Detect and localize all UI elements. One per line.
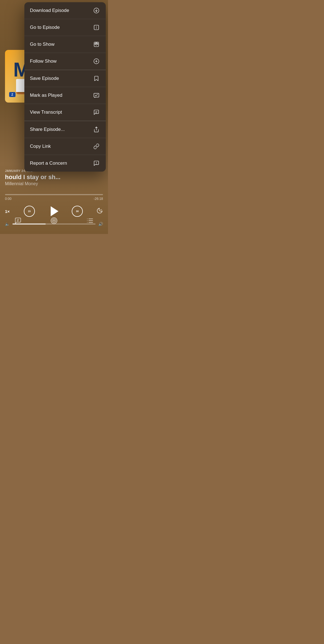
menu-go-episode-label: Go to Episode: [30, 25, 60, 30]
plus-circle-icon: [92, 57, 100, 65]
transcript-icon: [92, 108, 100, 116]
menu-share-label: Share Episode...: [30, 127, 65, 132]
share-icon: [92, 126, 100, 133]
time-current: 0:00: [5, 197, 11, 201]
menu-item-report[interactable]: Report a Concern: [24, 155, 106, 172]
menu-item-transcript[interactable]: View Transcript: [24, 104, 106, 121]
menu-item-download[interactable]: Download Episode: [24, 2, 106, 19]
menu-save-label: Save Episode: [30, 76, 59, 81]
menu-report-label: Report a Concern: [30, 161, 67, 166]
episode-info: JANUARY 24, 202 hould I stay or sh... Mi…: [5, 169, 103, 186]
podcast-icon: [92, 40, 100, 48]
svg-point-3: [51, 218, 57, 224]
info-icon: [92, 24, 100, 31]
progress-track[interactable]: [5, 194, 103, 195]
progress-times: 0:00 -26:18: [5, 197, 103, 201]
episode-title: hould I stay or sh...: [5, 174, 103, 181]
menu-item-go-show[interactable]: Go to Show: [24, 36, 106, 53]
menu-mark-played-label: Mark as Played: [30, 93, 62, 98]
menu-transcript-label: View Transcript: [30, 110, 62, 115]
svg-point-23: [94, 97, 95, 98]
bookmark-icon: [92, 75, 100, 82]
airplay-icon[interactable]: [50, 217, 58, 224]
menu-go-show-label: Go to Show: [30, 42, 55, 47]
report-icon: [92, 159, 100, 167]
svg-point-5: [53, 220, 55, 221]
episode-show: Millennial Money: [5, 181, 103, 186]
menu-item-save[interactable]: Save Episode: [24, 70, 106, 87]
queue-icon[interactable]: [86, 217, 94, 224]
progress-section: 0:00 -26:18: [5, 194, 103, 201]
menu-download-label: Download Episode: [30, 8, 69, 13]
menu-item-share[interactable]: Share Episode...: [24, 121, 106, 138]
time-remaining: -26:18: [94, 197, 103, 201]
menu-item-follow[interactable]: Follow Show: [24, 53, 106, 70]
menu-follow-label: Follow Show: [30, 58, 56, 64]
menu-item-go-episode[interactable]: Go to Episode: [24, 19, 106, 36]
check-screen-icon: [92, 91, 100, 99]
svg-point-4: [52, 219, 56, 223]
menu-copy-link-label: Copy Link: [30, 144, 51, 149]
transcript-bottom-icon[interactable]: [14, 217, 22, 224]
download-icon: [92, 7, 100, 14]
menu-item-mark-played[interactable]: Mark as Played: [24, 87, 106, 104]
menu-item-copy-link[interactable]: Copy Link: [24, 138, 106, 155]
link-icon: [92, 142, 100, 150]
svg-point-18: [96, 44, 97, 45]
bottom-bar: [0, 212, 108, 234]
context-menu: Download Episode Go to Episode Go to Sho…: [24, 2, 106, 172]
svg-text:zz: zz: [100, 209, 102, 210]
